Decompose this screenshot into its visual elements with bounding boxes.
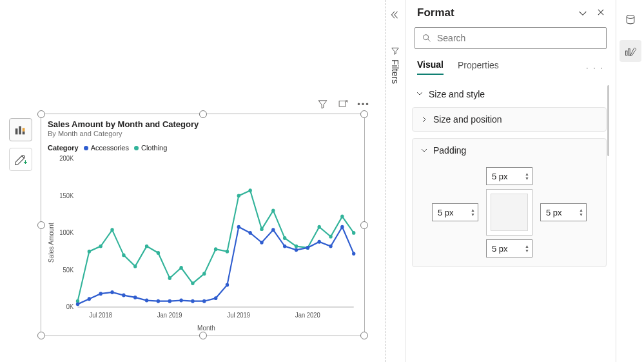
filters-pane-collapsed: Filters xyxy=(385,0,405,362)
svg-point-38 xyxy=(329,235,332,239)
section-size-and-style[interactable]: Size and style xyxy=(412,85,607,107)
x-axis-label: Month xyxy=(55,325,358,332)
resize-handle[interactable] xyxy=(360,221,368,229)
card-header-size-position[interactable]: Size and position xyxy=(413,108,606,131)
focus-mode-icon[interactable] xyxy=(336,97,350,111)
svg-rect-0 xyxy=(15,128,18,134)
svg-text:Jan 2019: Jan 2019 xyxy=(157,312,182,319)
chevron-down-icon xyxy=(420,146,428,154)
chart-visual-frame[interactable]: Sales Amount by Month and Category By Mo… xyxy=(41,114,365,336)
svg-point-23 xyxy=(157,251,160,255)
stepper-icon[interactable]: ▲▼ xyxy=(525,244,529,253)
chevron-down-icon xyxy=(416,89,424,99)
svg-point-56 xyxy=(248,231,251,235)
resize-handle[interactable] xyxy=(199,110,207,118)
resize-handle[interactable] xyxy=(37,221,45,229)
svg-point-47 xyxy=(145,299,148,303)
svg-point-57 xyxy=(260,241,263,245)
padding-bottom-input[interactable]: 5 px ▲▼ xyxy=(486,239,532,257)
right-activity-bar xyxy=(616,0,644,362)
svg-point-24 xyxy=(168,276,171,280)
filters-pane-toggle[interactable]: Filters xyxy=(390,46,400,84)
legend-item-clothing[interactable]: Clothing xyxy=(134,144,167,152)
resize-handle[interactable] xyxy=(37,110,45,118)
close-icon[interactable] xyxy=(595,8,607,18)
collapse-pane-icon[interactable] xyxy=(389,9,400,23)
padding-right-input[interactable]: 5 px ▲▼ xyxy=(540,203,587,221)
search-input[interactable] xyxy=(437,33,600,43)
y-axis-label: Sales Amount xyxy=(48,154,55,332)
svg-point-27 xyxy=(202,272,206,276)
padding-editor: 5 px ▲▼ 5 px ▲▼ 5 px ▲▼ 5 xyxy=(432,167,587,257)
stepper-icon[interactable]: ▲▼ xyxy=(471,208,475,217)
svg-point-40 xyxy=(352,231,355,235)
svg-point-58 xyxy=(271,228,275,232)
svg-point-29 xyxy=(226,250,229,254)
more-options-icon[interactable]: · · · xyxy=(586,63,604,72)
stacked-column-chart-icon[interactable] xyxy=(9,118,32,141)
format-pane: Format Visual Properties · · · xyxy=(405,0,616,362)
svg-point-45 xyxy=(122,294,125,297)
format-search-box[interactable] xyxy=(415,27,607,49)
visual-header-toolbar: ••• xyxy=(315,97,371,111)
legend-item-accessories[interactable]: Accessories xyxy=(84,144,129,152)
tab-visual[interactable]: Visual xyxy=(417,59,444,75)
more-options-icon[interactable]: ••• xyxy=(356,97,371,111)
filters-label-text: Filters xyxy=(390,59,400,84)
svg-point-32 xyxy=(260,227,263,231)
section-label: Size and style xyxy=(429,89,485,99)
svg-point-64 xyxy=(340,225,344,229)
padding-value: 5 px xyxy=(492,172,508,181)
resize-handle[interactable] xyxy=(360,110,368,118)
format-pane-title: Format xyxy=(417,6,454,19)
svg-rect-5 xyxy=(339,101,346,106)
legend-label: Accessories xyxy=(91,144,129,152)
svg-point-50 xyxy=(179,299,182,303)
card-header-padding[interactable]: Padding xyxy=(413,139,606,162)
svg-point-19 xyxy=(110,228,113,232)
svg-point-66 xyxy=(424,35,429,40)
scrollbar-thumb[interactable] xyxy=(607,85,609,156)
svg-point-39 xyxy=(340,215,344,219)
svg-point-17 xyxy=(88,250,91,254)
svg-text:Jan 2020: Jan 2020 xyxy=(295,312,320,319)
stepper-icon[interactable]: ▲▼ xyxy=(579,208,583,217)
data-pane-icon[interactable] xyxy=(620,9,641,31)
resize-handle[interactable] xyxy=(37,332,45,339)
svg-text:200K: 200K xyxy=(59,155,73,162)
padding-top-input[interactable]: 5 px ▲▼ xyxy=(486,167,532,185)
svg-point-59 xyxy=(283,245,286,248)
svg-text:Jul 2019: Jul 2019 xyxy=(228,312,251,319)
svg-rect-69 xyxy=(628,49,630,55)
resize-handle[interactable] xyxy=(360,332,368,339)
card-title: Padding xyxy=(433,145,466,156)
format-tabs: Visual Properties · · · xyxy=(405,49,616,75)
svg-point-28 xyxy=(214,247,217,251)
tab-properties[interactable]: Properties xyxy=(458,60,499,74)
format-pane-icon[interactable] xyxy=(620,40,641,62)
padding-preview-box xyxy=(486,189,532,236)
chart-subtitle: By Month and Category xyxy=(48,130,358,137)
svg-point-37 xyxy=(317,225,320,229)
svg-point-30 xyxy=(237,194,240,197)
svg-text:50K: 50K xyxy=(63,266,74,273)
svg-point-42 xyxy=(88,297,91,301)
padding-left-input[interactable]: 5 px ▲▼ xyxy=(432,203,478,221)
chevron-down-icon[interactable] xyxy=(577,8,589,18)
report-canvas[interactable]: + ••• Sales Amount by Month and C xyxy=(0,0,385,362)
svg-point-18 xyxy=(99,245,102,248)
card-title: Size and position xyxy=(433,114,502,125)
stepper-icon[interactable]: ▲▼ xyxy=(525,172,529,181)
chevron-right-icon xyxy=(420,116,428,123)
chart-plot-area[interactable]: 0K50K100K150K200KJul 2018Jan 2019Jul 201… xyxy=(55,154,358,323)
svg-point-43 xyxy=(99,292,102,296)
svg-text:100K: 100K xyxy=(59,229,73,236)
svg-rect-3 xyxy=(23,132,25,135)
resize-handle[interactable] xyxy=(199,332,207,339)
svg-point-49 xyxy=(168,299,171,303)
filter-icon[interactable] xyxy=(315,97,329,111)
svg-rect-1 xyxy=(19,126,21,135)
svg-point-26 xyxy=(191,281,194,285)
svg-text:0K: 0K xyxy=(66,303,74,310)
format-brush-icon[interactable]: + xyxy=(9,148,32,171)
